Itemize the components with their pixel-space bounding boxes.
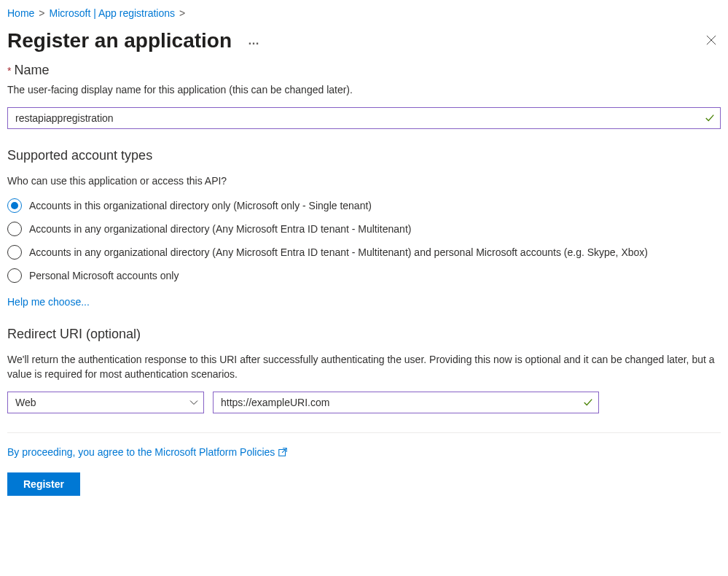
svg-line-3 xyxy=(282,448,286,453)
breadcrumb: Home > Microsoft | App registrations > xyxy=(7,7,721,19)
radio-label: Accounts in any organizational directory… xyxy=(29,222,411,236)
breadcrumb-home[interactable]: Home xyxy=(7,7,34,19)
account-types-section: Supported account types Who can use this… xyxy=(7,148,721,308)
radio-option-multitenant[interactable]: Accounts in any organizational directory… xyxy=(7,222,721,236)
radio-option-personal-only[interactable]: Personal Microsoft accounts only xyxy=(7,268,721,283)
breadcrumb-app-registrations[interactable]: Microsoft | App registrations xyxy=(50,7,175,19)
name-hint: The user-facing display name for this ap… xyxy=(7,82,721,97)
external-link-icon xyxy=(278,446,288,458)
radio-option-multitenant-personal[interactable]: Accounts in any organizational directory… xyxy=(7,245,721,260)
radio-label: Accounts in this organizational director… xyxy=(29,198,372,213)
radio-icon xyxy=(7,245,22,260)
divider xyxy=(7,432,721,433)
required-marker: * xyxy=(7,65,11,77)
policy-link-text: By proceeding, you agree to the Microsof… xyxy=(7,446,275,458)
radio-icon xyxy=(7,198,22,213)
help-me-choose-link[interactable]: Help me choose... xyxy=(7,296,90,308)
breadcrumb-separator: > xyxy=(179,7,185,19)
account-types-heading: Supported account types xyxy=(7,148,721,163)
close-button[interactable] xyxy=(702,30,721,52)
register-button[interactable]: Register xyxy=(7,472,80,496)
platform-policies-link[interactable]: By proceeding, you agree to the Microsof… xyxy=(7,446,288,458)
account-types-radio-group: Accounts in this organizational director… xyxy=(7,198,721,283)
radio-icon xyxy=(7,222,22,236)
redirect-uri-hint: We'll return the authentication response… xyxy=(7,352,721,381)
radio-label: Accounts in any organizational directory… xyxy=(29,245,648,260)
page-title-text: Register an application xyxy=(7,29,232,52)
more-actions-icon[interactable]: … xyxy=(245,34,264,47)
page-title: Register an application … xyxy=(7,29,264,52)
radio-label: Personal Microsoft accounts only xyxy=(29,268,179,283)
breadcrumb-separator: > xyxy=(39,7,44,19)
name-label: Name xyxy=(14,63,49,78)
redirect-uri-section: Redirect URI (optional) We'll return the… xyxy=(7,327,721,413)
name-input[interactable] xyxy=(7,107,721,129)
account-types-question: Who can use this application or access t… xyxy=(7,174,721,188)
header-row: Register an application … xyxy=(7,29,721,52)
radio-option-single-tenant[interactable]: Accounts in this organizational director… xyxy=(7,198,721,213)
radio-icon xyxy=(7,268,22,283)
name-section: * Name The user-facing display name for … xyxy=(7,63,721,129)
platform-select[interactable] xyxy=(7,392,204,413)
redirect-uri-input[interactable] xyxy=(213,392,599,413)
redirect-uri-heading: Redirect URI (optional) xyxy=(7,327,721,342)
